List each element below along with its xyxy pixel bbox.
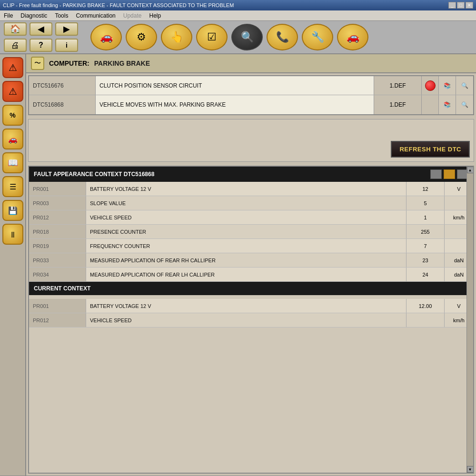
ctx-code-pr003: PR003: [29, 196, 86, 210]
fault-context-table: PR001 BATTERY VOLTAGE 12 V 12 V PR003 SL…: [29, 182, 473, 282]
car2-oval-btn[interactable]: 🚗: [337, 24, 368, 50]
current-context-title: CURRENT CONTEXT: [34, 285, 90, 292]
dtc-desc-2: VEHICLE MOVES WITH MAX. PARKING BRAKE: [96, 95, 374, 114]
ctx-code-pr018: PR018: [29, 225, 86, 238]
menu-help[interactable]: Help: [147, 12, 163, 20]
ctx-row-pr003: PR003 SLOPE VALUE 5: [29, 196, 473, 210]
menu-communication[interactable]: Communication: [74, 12, 117, 20]
ctx-val-pr001: 12: [407, 182, 445, 196]
dtc-book-btn-2[interactable]: 📚: [439, 95, 456, 114]
curr-ctx-val-pr001: 12.00: [407, 299, 445, 313]
ctx-row-pr018: PR018 PRESENCE COUNTER 255: [29, 225, 473, 239]
ctx-val-pr003: 5: [407, 196, 445, 210]
dtc-code-2: DTC516868: [29, 95, 96, 114]
ctx-desc-pr018: PRESENCE COUNTER: [86, 225, 407, 238]
curr-ctx-row-pr012: PR012 VEHICLE SPEED km/h: [29, 313, 473, 327]
menu-diagnostic[interactable]: Diagnostic: [19, 12, 49, 20]
home-btn[interactable]: 🏠: [4, 22, 27, 36]
check-oval-btn[interactable]: ☑: [196, 24, 228, 50]
content-area: 〜 COMPUTER: PARKING BRAKE DTC516676 CLUT…: [26, 54, 476, 476]
wrench-oval-btn[interactable]: 🔧: [302, 24, 333, 50]
ctx-row-pr001: PR001 BATTERY VOLTAGE 12 V 12 V: [29, 182, 473, 196]
info-btn[interactable]: i: [55, 39, 78, 52]
faultsearch-oval-btn[interactable]: 🔍: [231, 24, 263, 50]
ctx-desc-pr033: MEASURED APPLICATION OF REAR RH CALLIPER: [86, 253, 407, 267]
scroll-up-btn[interactable]: ▲: [467, 167, 474, 173]
ctx-row-pr034: PR034 MEASURED APPLICATION OF REAR LH CA…: [29, 268, 473, 282]
current-context-table: PR001 BATTERY VOLTAGE 12 V 12.00 V PR012…: [29, 299, 473, 327]
ctx-val-pr012: 1: [407, 210, 445, 224]
toolbar-row-bottom: 🖨 ? i: [4, 39, 78, 52]
title-bar: CLIP - Free fault finding - PARKING BRAK…: [0, 0, 476, 10]
ctx-code-pr019: PR019: [29, 239, 86, 253]
ctx-desc-pr034: MEASURED APPLICATION OF REAR LH CALLIPER: [86, 268, 407, 281]
fault-context-title: FAULT APPEARANCE CONTEXT DTC516868: [34, 171, 154, 178]
toolbar-left: 🏠 ◀ ▶ 🖨 ? i: [4, 22, 78, 52]
transmission-oval-btn[interactable]: ⚙: [126, 24, 157, 50]
ctx-code-pr012: PR012: [29, 210, 86, 224]
dtc-code-1: DTC516676: [29, 76, 96, 95]
print-btn[interactable]: 🖨: [4, 39, 27, 52]
touch-oval-btn[interactable]: 👆: [161, 24, 192, 50]
scrollbar[interactable]: ▲ ▼: [466, 167, 473, 473]
scroll-down-btn[interactable]: ▼: [467, 466, 474, 473]
ctx-val-pr018: 255: [407, 225, 445, 238]
sidebar-percent-btn[interactable]: %: [2, 105, 23, 126]
vehicle-oval-btn[interactable]: 🚗: [90, 24, 122, 50]
oval-toolbar: 🚗 ⚙ 👆 ☑ 🔍 📞 🔧 🚗: [90, 24, 368, 50]
sidebar-barcode-btn[interactable]: |||: [2, 224, 23, 245]
main-layout: ⚠ ⚠ % 🚗 📖 ☰ 💾 ||| 〜 COMPUTER: PARKING BR…: [0, 54, 476, 476]
sidebar-warning2-btn[interactable]: ⚠: [2, 81, 23, 102]
dtc-row-1: DTC516676 CLUTCH POSITION SENSOR CIRCUIT…: [29, 76, 473, 95]
computer-icon: 〜: [31, 57, 44, 70]
current-context-header: CURRENT CONTEXT: [29, 282, 473, 295]
ctx-desc-pr012: VEHICLE SPEED: [86, 210, 407, 224]
sidebar-book-btn[interactable]: 📖: [2, 152, 23, 173]
maximize-btn[interactable]: □: [457, 2, 465, 9]
ctx-val-pr034: 24: [407, 268, 445, 281]
sidebar-list-btn[interactable]: ☰: [2, 176, 23, 197]
dtc-zoom-btn-2[interactable]: 🔍: [456, 95, 473, 114]
help-btn[interactable]: ?: [30, 39, 52, 52]
dtc-zoom-btn-1[interactable]: 🔍: [456, 76, 473, 95]
ctx-val-pr033: 23: [407, 253, 445, 267]
toolbar: 🏠 ◀ ▶ 🖨 ? i 🚗 ⚙ 👆 ☑ 🔍 📞 🔧 🚗: [0, 21, 476, 54]
curr-ctx-desc-pr001: BATTERY VOLTAGE 12 V: [86, 299, 407, 313]
computer-label: COMPUTER:: [49, 60, 89, 67]
lower-panel: FAULT APPEARANCE CONTEXT DTC516868 PR001…: [28, 166, 474, 474]
back-btn[interactable]: ◀: [30, 22, 52, 36]
menu-file[interactable]: File: [2, 12, 15, 20]
fault-context-header: FAULT APPEARANCE CONTEXT DTC516868: [29, 167, 473, 182]
view-btn-1[interactable]: [430, 169, 442, 179]
sidebar-save-btn[interactable]: 💾: [2, 200, 23, 221]
minimize-btn[interactable]: _: [448, 2, 456, 9]
menu-tools[interactable]: Tools: [53, 12, 70, 20]
forward-btn[interactable]: ▶: [55, 22, 78, 36]
menu-bar: File Diagnostic Tools Communication Upda…: [0, 10, 476, 21]
dtc-desc-1: CLUTCH POSITION SENSOR CIRCUIT: [96, 76, 374, 95]
ctx-row-pr012: PR012 VEHICLE SPEED 1 km/h: [29, 210, 473, 225]
curr-ctx-val-pr012: [407, 313, 445, 327]
close-btn[interactable]: ✕: [466, 2, 473, 9]
view-buttons: [430, 169, 468, 179]
ctx-code-pr001: PR001: [29, 182, 86, 196]
curr-ctx-row-pr001: PR001 BATTERY VOLTAGE 12 V 12.00 V: [29, 299, 473, 313]
curr-ctx-desc-pr012: VEHICLE SPEED: [86, 313, 407, 327]
ctx-desc-pr003: SLOPE VALUE: [86, 196, 407, 210]
sidebar-car-btn[interactable]: 🚗: [2, 129, 23, 149]
dtc-status-1: 1.DEF: [374, 76, 422, 95]
toolbar-row-top: 🏠 ◀ ▶: [4, 22, 78, 36]
phone-oval-btn[interactable]: 📞: [267, 24, 298, 50]
ctx-code-pr034: PR034: [29, 268, 86, 281]
red-indicator-dot: [425, 80, 436, 91]
title-text: CLIP - Free fault finding - PARKING BRAK…: [3, 2, 234, 8]
menu-update: Update: [121, 12, 144, 20]
dtc-section: DTC516676 CLUTCH POSITION SENSOR CIRCUIT…: [28, 75, 474, 115]
sidebar-warning1-btn[interactable]: ⚠: [2, 57, 23, 78]
computer-title: PARKING BRAKE: [94, 60, 150, 67]
dtc-book-btn-1[interactable]: 📚: [439, 76, 456, 95]
refresh-dtc-btn[interactable]: REFRESH THE DTC: [391, 141, 470, 158]
ctx-code-pr033: PR033: [29, 253, 86, 267]
view-btn-2[interactable]: [444, 169, 455, 179]
ctx-row-pr033: PR033 MEASURED APPLICATION OF REAR RH CA…: [29, 253, 473, 268]
